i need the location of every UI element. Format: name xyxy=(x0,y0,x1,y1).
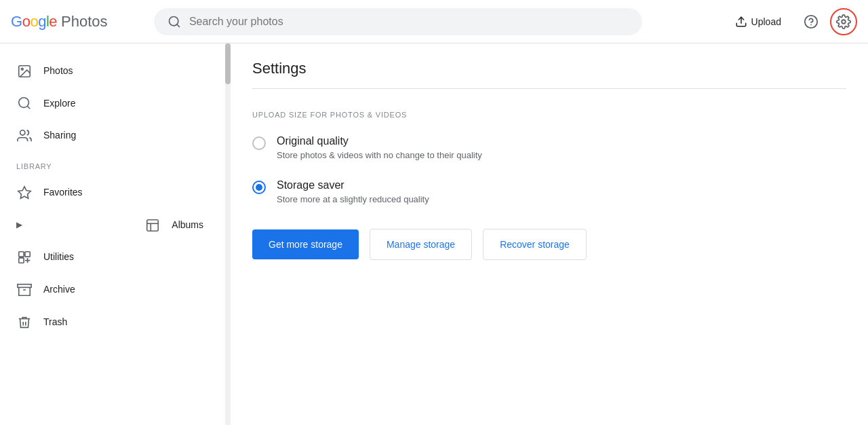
original-quality-option[interactable]: Original quality Store photos & videos w… xyxy=(252,135,846,160)
search-input[interactable] xyxy=(189,16,629,28)
storage-saver-label: Storage saver xyxy=(277,179,429,191)
svg-point-7 xyxy=(21,68,23,70)
upload-size-section-label: UPLOAD SIZE FOR PHOTOS & VIDEOS xyxy=(252,111,846,119)
original-quality-radio[interactable] xyxy=(252,136,266,150)
svg-rect-15 xyxy=(25,252,30,257)
svg-point-5 xyxy=(842,20,846,24)
chevron-right-icon: ▶ xyxy=(16,220,22,229)
sidebar-item-explore[interactable]: Explore xyxy=(0,87,220,119)
sidebar-favorites-label: Favorites xyxy=(43,187,83,198)
album-icon xyxy=(144,217,161,233)
search-bar[interactable] xyxy=(154,8,642,35)
original-quality-desc: Store photos & videos with no change to … xyxy=(277,150,482,160)
google-wordmark: Google xyxy=(11,13,57,31)
sidebar-item-favorites[interactable]: Favorites xyxy=(0,176,220,208)
storage-saver-radio[interactable] xyxy=(252,181,266,194)
scrollbar-thumb[interactable] xyxy=(225,43,231,84)
sidebar: Photos Explore Sharing LIB xyxy=(0,43,231,425)
sidebar-item-photos[interactable]: Photos xyxy=(0,54,220,87)
sidebar-item-trash[interactable]: Trash xyxy=(0,306,220,338)
svg-rect-12 xyxy=(147,219,159,231)
recover-storage-button[interactable]: Recover storage xyxy=(483,229,587,260)
sidebar-photos-label: Photos xyxy=(43,65,73,76)
sidebar-albums-label: Albums xyxy=(172,219,203,230)
utilities-icon xyxy=(16,249,33,265)
manage-storage-button[interactable]: Manage storage xyxy=(370,229,472,260)
svg-rect-16 xyxy=(18,284,31,288)
svg-line-9 xyxy=(27,107,30,109)
sidebar-item-sharing[interactable]: Sharing xyxy=(0,119,220,151)
svg-rect-14 xyxy=(19,258,24,263)
search-icon xyxy=(167,15,181,29)
archive-icon xyxy=(16,281,33,297)
storage-saver-desc: Store more at a slightly reduced quality xyxy=(277,194,429,204)
get-more-storage-button[interactable]: Get more storage xyxy=(252,229,359,259)
explore-icon xyxy=(16,95,33,111)
page-title: Settings xyxy=(252,60,846,77)
scrollbar-track[interactable] xyxy=(225,43,231,425)
upload-label: Upload xyxy=(751,16,781,27)
divider xyxy=(252,88,846,89)
sidebar-sharing-label: Sharing xyxy=(43,130,76,141)
layout: Photos Explore Sharing LIB xyxy=(0,43,868,425)
sidebar-item-archive[interactable]: Archive xyxy=(0,273,220,306)
upload-icon xyxy=(735,16,747,28)
photos-wordmark: Photos xyxy=(61,13,108,31)
upload-button[interactable]: Upload xyxy=(724,10,792,33)
svg-rect-13 xyxy=(19,252,24,257)
header: Google Photos Upload xyxy=(0,0,868,43)
svg-line-1 xyxy=(177,24,180,26)
main-content: Settings UPLOAD SIZE FOR PHOTOS & VIDEOS… xyxy=(231,43,868,425)
svg-point-10 xyxy=(20,130,25,135)
library-section-label: LIBRARY xyxy=(0,151,231,176)
help-button[interactable] xyxy=(797,8,825,35)
trash-icon xyxy=(16,314,33,330)
sidebar-archive-label: Archive xyxy=(43,284,75,295)
svg-point-8 xyxy=(19,98,29,108)
original-quality-text: Original quality Store photos & videos w… xyxy=(277,135,482,160)
help-icon xyxy=(804,14,818,29)
photo-icon xyxy=(16,62,33,79)
storage-saver-text: Storage saver Store more at a slightly r… xyxy=(277,179,429,204)
settings-button[interactable] xyxy=(830,8,857,35)
storage-saver-option[interactable]: Storage saver Store more at a slightly r… xyxy=(252,179,846,204)
star-icon xyxy=(16,184,33,200)
storage-buttons: Get more storage Manage storage Recover … xyxy=(252,229,846,260)
sidebar-item-utilities[interactable]: Utilities xyxy=(0,241,220,274)
settings-icon xyxy=(836,14,851,29)
sharing-icon xyxy=(16,127,33,143)
sidebar-item-albums[interactable]: ▶ Albums xyxy=(0,208,220,241)
sidebar-trash-label: Trash xyxy=(43,316,67,327)
logo[interactable]: Google Photos xyxy=(11,13,108,31)
sidebar-utilities-label: Utilities xyxy=(43,251,74,262)
header-actions: Upload xyxy=(724,8,857,35)
original-quality-label: Original quality xyxy=(277,135,482,147)
svg-marker-11 xyxy=(18,187,31,198)
radio-dot xyxy=(256,184,262,191)
sidebar-explore-label: Explore xyxy=(43,98,75,109)
